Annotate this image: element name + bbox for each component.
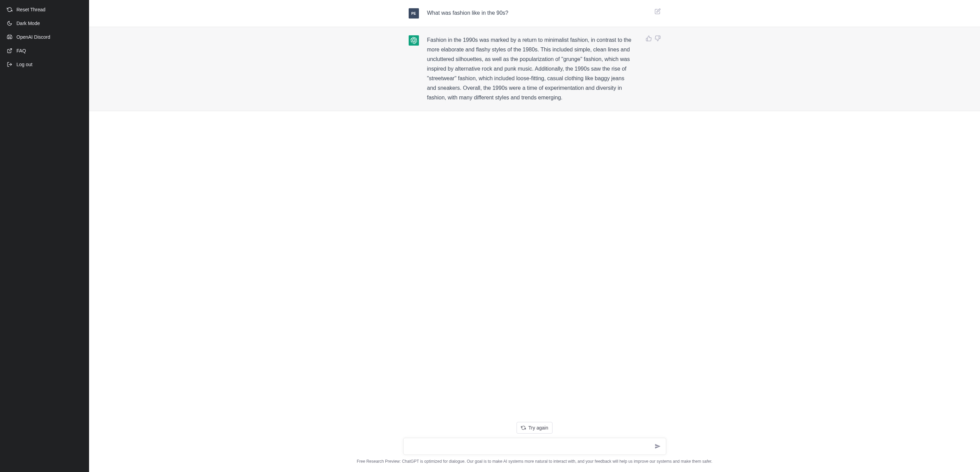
avatar-user: PE <box>409 8 419 19</box>
discord-icon <box>7 34 12 40</box>
sidebar-item-label: Reset Thread <box>16 7 46 12</box>
sidebar-item-label: Log out <box>16 62 33 67</box>
try-again-label: Try again <box>528 425 549 431</box>
thumbs-down-icon[interactable] <box>655 35 661 41</box>
chat-input[interactable] <box>409 442 649 450</box>
message-assistant: Fashion in the 1990s was marked by a ret… <box>89 27 980 111</box>
sidebar-item-label: FAQ <box>16 48 26 53</box>
user-message-text: What was fashion like in the 90s? <box>427 8 644 19</box>
assistant-message-text: Fashion in the 1990s was marked by a ret… <box>427 35 635 102</box>
edit-icon[interactable] <box>655 8 661 14</box>
sidebar: Reset Thread Dark Mode OpenAI Discord FA… <box>0 0 89 472</box>
footer-disclaimer: Free Research Preview: ChatGPT is optimi… <box>356 459 712 464</box>
sidebar-item-discord[interactable]: OpenAI Discord <box>3 30 86 44</box>
sidebar-item-label: Dark Mode <box>16 21 40 26</box>
send-button[interactable] <box>654 442 662 450</box>
message-user: PE What was fashion like in the 90s? <box>89 0 980 27</box>
conversation-scroll[interactable]: PE What was fashion like in the 90s? Fas… <box>89 0 980 422</box>
external-link-icon <box>7 48 12 53</box>
sidebar-item-reset-thread[interactable]: Reset Thread <box>3 3 86 16</box>
sidebar-item-faq[interactable]: FAQ <box>3 44 86 57</box>
user-message-actions <box>655 8 661 19</box>
chat-input-container <box>403 438 666 455</box>
logout-icon <box>7 62 12 67</box>
refresh-icon <box>7 7 12 12</box>
moon-icon <box>7 21 12 26</box>
try-again-button[interactable]: Try again <box>517 422 553 434</box>
sidebar-item-dark-mode[interactable]: Dark Mode <box>3 16 86 30</box>
sidebar-item-logout[interactable]: Log out <box>3 57 86 71</box>
thumbs-up-icon[interactable] <box>646 35 652 41</box>
sidebar-item-label: OpenAI Discord <box>16 34 50 40</box>
avatar-assistant <box>409 35 419 46</box>
svg-line-0 <box>9 49 12 51</box>
main-area: PE What was fashion like in the 90s? Fas… <box>89 0 980 472</box>
assistant-message-actions <box>646 35 661 102</box>
bottom-controls: Try again Free Research Preview: ChatGPT… <box>89 422 980 472</box>
